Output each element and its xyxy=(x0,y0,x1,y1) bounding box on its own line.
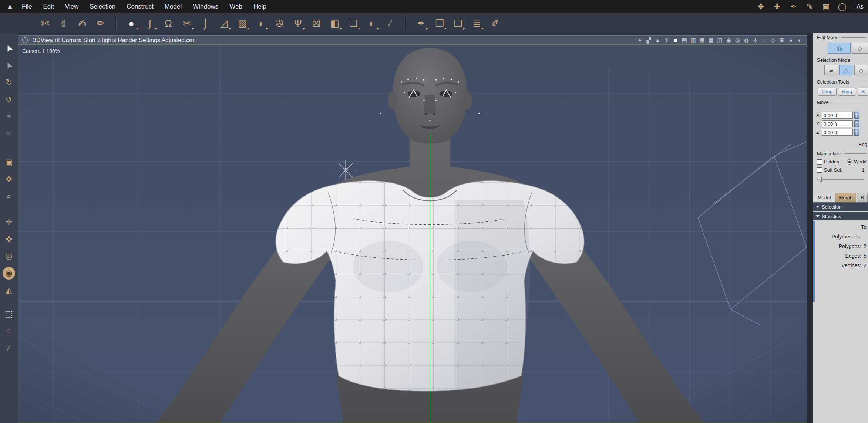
select-tool-icon[interactable]: ➤ xyxy=(0,40,17,57)
line-tool-icon[interactable]: ∕ xyxy=(3,342,15,354)
selection-section-header[interactable]: Selection xyxy=(813,202,868,211)
menu-item[interactable]: File xyxy=(16,3,37,10)
camera-tool-icon[interactable]: ▣ xyxy=(3,156,15,169)
tag-tool-icon[interactable]: ❏▸ xyxy=(345,16,361,31)
value-stepper[interactable] xyxy=(854,129,859,136)
viewport-titlebar[interactable]: 3DView of Carrara Start 3 lights Render … xyxy=(18,35,807,45)
smudge-tool-icon[interactable]: ✍ xyxy=(74,16,90,31)
pen-icon[interactable]: ✎ xyxy=(805,2,814,11)
slice-tool-icon[interactable]: ∕ xyxy=(382,16,398,31)
light-sphere-icon[interactable]: ● xyxy=(787,37,794,43)
texture-icon[interactable]: ▲ xyxy=(654,37,661,43)
direct-select-tool-icon[interactable]: ➤ xyxy=(0,57,17,74)
layout-full-icon[interactable]: ▤ xyxy=(681,37,688,43)
spline-tool-icon[interactable]: ∫▸ xyxy=(142,16,158,31)
delete-face-tool-icon[interactable]: ☒ xyxy=(308,16,324,31)
orbit-tool-icon[interactable]: ↺ xyxy=(3,93,15,106)
layout-split-icon[interactable]: ▥ xyxy=(690,37,697,43)
wand-tool-icon[interactable]: ✶ xyxy=(3,110,15,123)
slider-handle[interactable] xyxy=(818,177,822,182)
solo-icon[interactable]: ■ xyxy=(672,37,679,43)
universal-manipulator-icon[interactable]: ◉ xyxy=(3,267,15,280)
dark-sphere-icon[interactable]: ◐ xyxy=(796,37,803,43)
value-stepper[interactable] xyxy=(854,120,859,127)
pan-tool-icon[interactable]: ✥ xyxy=(3,173,15,186)
menu-item[interactable]: Windows xyxy=(187,3,224,10)
edit-mode-wireframe-button[interactable]: ◍ xyxy=(828,43,851,54)
menu-item[interactable]: Web xyxy=(224,3,248,10)
textured-view-icon[interactable]: ◍ xyxy=(743,37,750,43)
move-value-input[interactable]: 0.00 ft xyxy=(822,120,853,127)
move-value-input[interactable]: 0.00 ft xyxy=(822,129,853,136)
render-settings-icon[interactable]: ✳ xyxy=(663,37,670,43)
tab-b[interactable]: B xyxy=(857,193,868,202)
hidden-checkbox[interactable] xyxy=(817,159,822,165)
menu-item[interactable]: Construct xyxy=(121,3,159,10)
viewport-canvas[interactable]: Camera 1 100% xyxy=(18,45,807,423)
shaded-view-icon[interactable]: ◉ xyxy=(725,37,732,43)
snap-icon[interactable]: ▞ xyxy=(645,37,652,43)
tab-morph[interactable]: Morph xyxy=(835,193,856,202)
cube-icon[interactable]: ▣ xyxy=(821,2,831,11)
perspective-icon[interactable]: ◇ xyxy=(770,37,777,43)
scissors-tool-icon[interactable]: ✂▸ xyxy=(179,16,195,31)
camera-cube-icon[interactable]: ▣ xyxy=(778,37,785,43)
statistics-section-header[interactable]: Statistics xyxy=(813,212,868,220)
rotate-view-tool-icon[interactable]: ↻ xyxy=(3,76,15,89)
menu-item[interactable]: Help xyxy=(248,3,272,10)
boolean-tool-icon[interactable]: ◐▸ xyxy=(364,16,380,31)
brush-icon[interactable]: ✒ xyxy=(788,2,798,11)
soft-sel-slider[interactable] xyxy=(817,176,864,182)
hand-icon[interactable]: ✥ xyxy=(756,2,766,11)
tab-model[interactable]: Model xyxy=(814,193,834,202)
world-radio[interactable] xyxy=(847,159,852,165)
pen-knife-tool-icon[interactable]: ✒▸ xyxy=(413,16,429,31)
lasso-select-tool-icon[interactable]: ◌ xyxy=(3,325,15,337)
between-button[interactable]: B xyxy=(858,88,868,96)
menu-item[interactable]: Selection xyxy=(84,3,121,10)
loop-button[interactable]: Loop xyxy=(818,88,837,96)
wrench-icon[interactable]: ✚ xyxy=(772,2,782,11)
polygon-mode-button[interactable]: ◇ xyxy=(854,65,868,75)
trowel-tool-icon[interactable]: ✏ xyxy=(92,16,109,31)
hook-tool-icon[interactable]: ⌡ xyxy=(197,16,213,31)
marquee-select-tool-icon[interactable]: ⬚ xyxy=(3,308,15,320)
stack-tool-icon[interactable]: ≣▸ xyxy=(468,16,485,31)
page-flip-tool-icon[interactable]: ❐▸ xyxy=(431,16,448,31)
triangle-mode-button[interactable]: △ xyxy=(839,65,853,75)
menu-item[interactable]: Edit xyxy=(37,3,59,10)
point-mode-button[interactable]: ▰ xyxy=(824,65,838,75)
move-value-input[interactable]: 0.00 ft xyxy=(822,112,853,119)
extrude-tool-icon[interactable]: ◗▸ xyxy=(253,16,269,31)
goblet-tool-icon[interactable]: Ψ▸ xyxy=(290,16,306,31)
layout-columns-icon[interactable]: ◫ xyxy=(716,37,723,43)
sphere-tool-icon[interactable]: ●▸ xyxy=(123,16,139,31)
pin-tool-icon[interactable]: ✇ xyxy=(271,16,287,31)
move-xy-tool-icon[interactable]: ✛ xyxy=(3,216,15,229)
layout-quad-icon[interactable]: ▦ xyxy=(699,37,706,43)
knife-tool-icon[interactable]: ✄ xyxy=(37,16,53,31)
link-tool-icon[interactable]: ∞ xyxy=(3,127,15,140)
soft-sel-checkbox[interactable] xyxy=(817,167,822,173)
menu-item[interactable]: View xyxy=(60,3,84,10)
mirror-tool-icon[interactable]: ❏▸ xyxy=(450,16,466,31)
reset-view-icon[interactable]: ✛ xyxy=(752,37,759,43)
cube-tool-icon[interactable]: ◧▸ xyxy=(327,16,343,31)
zoom-tool-icon[interactable]: ⌕ xyxy=(3,190,15,203)
move-xz-tool-icon[interactable]: ✜ xyxy=(3,233,15,246)
pyramid-tool-icon[interactable]: ◭ xyxy=(3,284,15,297)
wireframe-view-icon[interactable]: ◎ xyxy=(734,37,741,43)
hand-sculpt-tool-icon[interactable]: ✌ xyxy=(55,16,72,31)
edit-mode-assembled-button[interactable]: ◇ xyxy=(852,43,868,54)
marquee-tool-icon[interactable]: ▧▸ xyxy=(234,16,250,31)
sphere-icon[interactable]: ◯ xyxy=(837,2,847,11)
wand-icon[interactable]: ✦ xyxy=(636,37,643,43)
camera-label[interactable]: Camera 1 100% xyxy=(22,48,60,54)
viewport-collapse-button[interactable] xyxy=(22,37,28,43)
rotate-manipulator-icon[interactable]: ◎ xyxy=(3,250,15,263)
fork-tool-icon[interactable]: ✐ xyxy=(487,16,503,31)
magnet-tool-icon[interactable]: Ω xyxy=(160,16,176,31)
menu-item[interactable]: Model xyxy=(159,3,187,10)
dotted-circle-icon[interactable]: ◌ xyxy=(761,37,768,43)
ring-button[interactable]: Ring xyxy=(838,88,856,96)
